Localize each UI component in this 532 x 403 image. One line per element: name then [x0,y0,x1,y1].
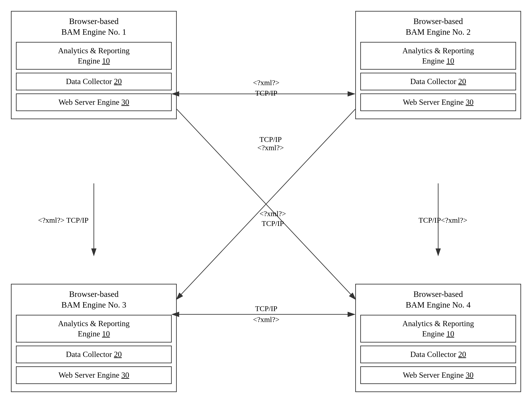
web-server-2: Web Server Engine 30 [360,93,516,111]
center-tcp-label: TCP/IP [240,219,305,228]
bottom-xml-label: <?xml?> [214,315,319,324]
bam-engine-4: Browser-basedBAM Engine No. 4 Analytics … [355,284,521,392]
diagram-container: Browser-basedBAM Engine No. 1 Analytics … [0,0,532,403]
center-xml-label: <?xml?> [240,210,305,218]
web-server-3: Web Server Engine 30 [16,366,172,384]
top-tcp-label: TCP/IP [214,89,319,97]
analytics-engine-3: Analytics & ReportingEngine 10 [16,315,172,343]
bam-engine-2-title: Browser-basedBAM Engine No. 2 [360,16,516,38]
web-server-4: Web Server Engine 30 [360,366,516,384]
analytics-engine-2: Analytics & ReportingEngine 10 [360,42,516,70]
bam-engine-2: Browser-basedBAM Engine No. 2 Analytics … [355,11,521,119]
middle-tcp-xml-label: TCP/IP<?xml?> [236,135,305,152]
right-vertical-label: TCP/IP<?xml?> [397,216,489,224]
bottom-tcp-label: TCP/IP [214,305,319,313]
top-xml-label: <?xml?> [214,79,319,87]
left-vertical-label: <?xml?> TCP/IP [22,216,105,224]
data-collector-1: Data Collector 20 [16,73,172,90]
bam-engine-1: Browser-basedBAM Engine No. 1 Analytics … [11,11,177,119]
bam-engine-3-title: Browser-basedBAM Engine No. 3 [16,289,172,310]
data-collector-4: Data Collector 20 [360,345,516,363]
bam-engine-4-title: Browser-basedBAM Engine No. 4 [360,289,516,310]
analytics-engine-1: Analytics & ReportingEngine 10 [16,42,172,70]
bam-engine-3: Browser-basedBAM Engine No. 3 Analytics … [11,284,177,392]
analytics-engine-4: Analytics & ReportingEngine 10 [360,315,516,343]
web-server-1: Web Server Engine 30 [16,93,172,111]
data-collector-3: Data Collector 20 [16,345,172,363]
data-collector-2: Data Collector 20 [360,73,516,90]
bam-engine-1-title: Browser-basedBAM Engine No. 1 [16,16,172,38]
